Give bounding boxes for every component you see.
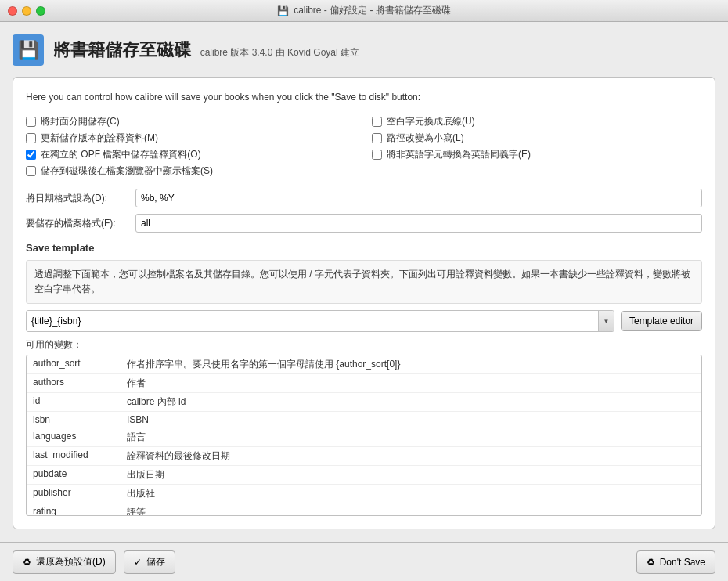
checkbox-label-cb6: 將非英語字元轉換為英語同義字(E) [387, 148, 531, 161]
save-label: 儲存 [146, 555, 165, 568]
section-title: Save template [26, 242, 702, 254]
checkboxes-grid: 將封面分開儲存(C)空白字元換成底線(U)更新儲存版本的詮釋資料(M)路徑改變為… [26, 115, 702, 178]
template-dropdown-arrow[interactable]: ▼ [598, 311, 614, 331]
table-row: publisher出版社 [27, 485, 701, 503]
minimize-button[interactable] [22, 6, 31, 16]
table-row: author_sort作者排序字串。要只使用名字的第一個字母請使用 {autho… [27, 355, 701, 374]
save-button[interactable]: ✓ 儲存 [124, 550, 175, 574]
checkbox-row-cb6: 將非英語字元轉換為英語同義字(E) [372, 148, 702, 161]
page-header-icon: 💾 [13, 34, 44, 66]
maximize-button[interactable] [36, 6, 45, 16]
main-content: 💾 將書籍儲存至磁碟 calibre 版本 3.4.0 由 Kovid Goya… [0, 22, 728, 542]
save-disk-icon: 💾 [18, 40, 39, 60]
var-name: id [27, 393, 121, 412]
recycle-icon: ♻ [23, 557, 31, 568]
form-label-0: 將日期格式設為(D): [26, 192, 135, 205]
checkbox-label-cb2: 空白字元換成底線(U) [387, 115, 475, 128]
form-label-1: 要儲存的檔案格式(F): [26, 217, 135, 230]
var-name: pubdate [27, 466, 121, 485]
table-row: pubdate出版日期 [27, 466, 701, 485]
title-bar-text: 💾 calibre - 偏好設定 - 將書籍儲存至磁碟 [277, 4, 451, 17]
check-icon: ✓ [134, 557, 142, 568]
checkbox-label-cb3: 更新儲存版本的詮釋資料(M) [41, 132, 158, 145]
content-box: Here you can control how calibre will sa… [13, 77, 715, 529]
var-name: languages [27, 428, 121, 447]
checkbox-cb2[interactable] [372, 117, 382, 127]
close-button[interactable] [8, 6, 17, 16]
checkbox-cb4[interactable] [372, 133, 382, 143]
var-name: authors [27, 374, 121, 393]
window-controls [8, 6, 45, 16]
var-name: publisher [27, 485, 121, 503]
var-desc: 出版日期 [121, 466, 701, 485]
var-desc: 語言 [121, 428, 701, 447]
template-description: 透過調整下面範本，您可以控制檔案名及其儲存目錄。您可以使用 / 字元代表子資料夾… [26, 260, 702, 304]
var-desc: 作者排序字串。要只使用名字的第一個字母請使用 {author_sort[0]} [121, 355, 701, 374]
form-input-1[interactable] [135, 214, 702, 233]
description-text: Here you can control how calibre will sa… [26, 90, 702, 104]
table-row: last_modified詮釋資料的最後修改日期 [27, 447, 701, 466]
template-input-wrapper: ▼ [26, 310, 614, 332]
vars-table: author_sort作者排序字串。要只使用名字的第一個字母請使用 {autho… [27, 355, 701, 515]
var-desc: 作者 [121, 374, 701, 393]
bottom-bar: ♻ 還原為預設值(D) ✓ 儲存 ♻ Don't Save [0, 542, 728, 581]
var-desc: 詮釋資料的最後修改日期 [121, 447, 701, 466]
form-row-0: 將日期格式設為(D): [26, 189, 702, 208]
bottom-left-buttons: ♻ 還原為預設值(D) ✓ 儲存 [13, 550, 175, 574]
checkbox-row-cb7: 儲存到磁碟後在檔案瀏覽器中顯示檔案(S) [26, 164, 356, 178]
checkbox-cb5[interactable] [26, 150, 36, 160]
table-row: authors作者 [27, 374, 701, 393]
var-desc: calibre 內部 id [121, 393, 701, 412]
table-row: rating評等 [27, 503, 701, 515]
checkbox-cb6[interactable] [372, 150, 382, 160]
vars-table-scroll[interactable]: author_sort作者排序字串。要只使用名字的第一個字母請使用 {autho… [27, 355, 701, 515]
checkbox-row-cb5: 在獨立的 OPF 檔案中儲存詮釋資料(O) [26, 148, 356, 161]
titlebar: 💾 calibre - 偏好設定 - 將書籍儲存至磁碟 [0, 0, 728, 22]
checkbox-cb3[interactable] [26, 133, 36, 143]
recycle-icon-right: ♻ [647, 557, 655, 568]
template-editor-button[interactable]: Template editor [621, 311, 702, 331]
var-desc: 評等 [121, 503, 701, 515]
dont-save-button[interactable]: ♻ Don't Save [636, 550, 715, 574]
form-rows: 將日期格式設為(D):要儲存的檔案格式(F): [26, 189, 702, 239]
template-input[interactable] [27, 311, 598, 331]
floppy-disk-icon: 💾 [277, 5, 289, 16]
var-name: last_modified [27, 447, 121, 466]
checkbox-label-cb5: 在獨立的 OPF 檔案中儲存詮釋資料(O) [41, 148, 201, 161]
vars-label: 可用的變數： [26, 338, 702, 352]
vars-table-container: author_sort作者排序字串。要只使用名字的第一個字母請使用 {autho… [26, 355, 702, 516]
restore-label: 還原為預設值(D) [36, 555, 106, 568]
var-name: author_sort [27, 355, 121, 374]
table-row: isbnISBN [27, 412, 701, 428]
var-name: isbn [27, 412, 121, 428]
dont-save-label: Don't Save [660, 557, 705, 568]
header-text-group: 將書籍儲存至磁碟 calibre 版本 3.4.0 由 Kovid Goyal … [53, 38, 359, 62]
var-name: rating [27, 503, 121, 515]
checkbox-cb7[interactable] [26, 166, 36, 176]
var-desc: 出版社 [121, 485, 701, 503]
checkbox-label-cb4: 路徑改變為小寫(L) [387, 132, 464, 145]
form-row-1: 要儲存的檔案格式(F): [26, 214, 702, 233]
var-desc: ISBN [121, 412, 701, 428]
template-input-row: ▼ Template editor [26, 310, 702, 332]
page-title: 將書籍儲存至磁碟 [53, 40, 191, 60]
checkbox-row-cb1: 將封面分開儲存(C) [26, 115, 356, 128]
page-subtitle: calibre 版本 3.4.0 由 Kovid Goyal 建立 [200, 47, 359, 58]
checkbox-row-cb4: 路徑改變為小寫(L) [372, 132, 702, 145]
restore-defaults-button[interactable]: ♻ 還原為預設值(D) [13, 550, 116, 574]
checkbox-row-cb3: 更新儲存版本的詮釋資料(M) [26, 132, 356, 145]
table-row: idcalibre 內部 id [27, 393, 701, 412]
form-input-0[interactable] [135, 189, 702, 208]
checkbox-label-cb1: 將封面分開儲存(C) [41, 115, 120, 128]
checkbox-row-cb2: 空白字元換成底線(U) [372, 115, 702, 128]
checkbox-cb1[interactable] [26, 117, 36, 127]
checkbox-label-cb7: 儲存到磁碟後在檔案瀏覽器中顯示檔案(S) [41, 164, 213, 178]
table-row: languages語言 [27, 428, 701, 447]
page-header: 💾 將書籍儲存至磁碟 calibre 版本 3.4.0 由 Kovid Goya… [13, 34, 715, 66]
